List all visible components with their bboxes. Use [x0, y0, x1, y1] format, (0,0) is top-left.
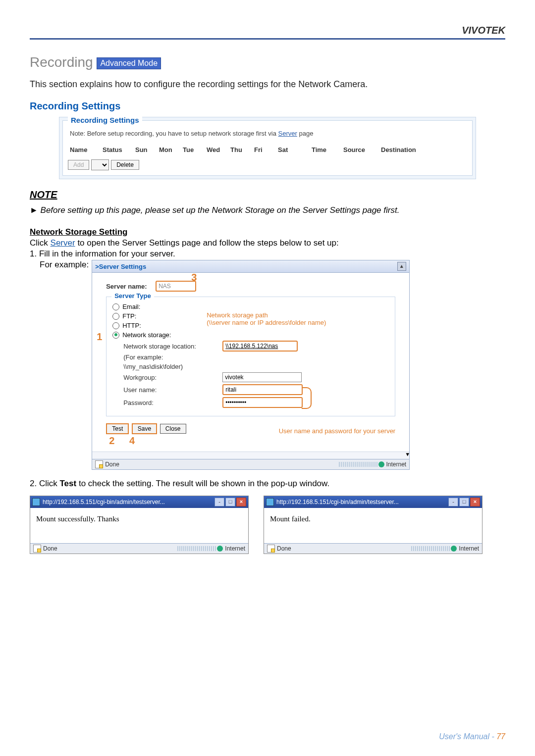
- workgroup-label: Workgroup:: [123, 374, 222, 381]
- callout-4: 4: [129, 435, 135, 446]
- popup-fail: http://192.168.5.151/cgi-bin/admin/tests…: [264, 496, 482, 554]
- popup-fail-title: http://192.168.5.151/cgi-bin/admin/tests…: [264, 496, 482, 508]
- advanced-mode-badge: Advanced Mode: [97, 57, 161, 69]
- col-sat: Sat: [278, 146, 295, 153]
- col-time: Time: [302, 146, 336, 153]
- server-type-legend: Server Type: [111, 292, 154, 300]
- email-label: Email:: [122, 303, 140, 310]
- status-zone: Internet: [225, 545, 245, 552]
- username-input[interactable]: [222, 384, 303, 395]
- col-fri: Fri: [254, 146, 271, 153]
- ns-example-value: \\my_nas\disk\folder): [123, 363, 222, 370]
- col-thu: Thu: [230, 146, 247, 153]
- server-link-2[interactable]: Server: [51, 238, 75, 248]
- col-source: Source: [343, 146, 374, 153]
- server-name-label: Server name:: [106, 283, 156, 290]
- popup-url: http://192.168.5.151/cgi-bin/admin/tests…: [276, 499, 399, 505]
- nss-pre: Click: [30, 238, 51, 248]
- server-link[interactable]: Server: [278, 130, 297, 137]
- password-label: Password:: [123, 399, 222, 406]
- status-zone: Internet: [459, 545, 479, 552]
- internet-zone-icon: [217, 546, 223, 552]
- col-wed: Wed: [207, 146, 223, 153]
- section-title: Recording Advanced Mode: [30, 54, 505, 70]
- add-button[interactable]: Add: [68, 160, 89, 170]
- callout-1: 1: [97, 331, 102, 343]
- test-result-popups: http://192.168.5.151/cgi-bin/admin/tests…: [30, 496, 505, 554]
- ns-location-input[interactable]: [222, 341, 298, 352]
- recording-settings-heading: Recording Settings: [30, 101, 505, 112]
- close-button[interactable]: Close: [160, 424, 186, 434]
- popup-success-body: Mount successfully. Thanks: [30, 508, 248, 543]
- internet-zone-icon: [451, 546, 457, 552]
- recording-settings-legend: Recording Settings: [68, 116, 142, 124]
- col-mon: Mon: [159, 146, 176, 153]
- maximize-icon[interactable]: □: [459, 498, 469, 506]
- network-storage-heading: Network Storage Setting: [30, 227, 505, 237]
- ns-location-label: Network storage location:: [123, 343, 222, 350]
- step2-post: to check the setting. The result will be…: [79, 479, 329, 488]
- annot-path-2: (\\server name or IP address\folder name…: [207, 319, 326, 326]
- popup-success-status: Done Internet: [30, 543, 248, 554]
- status-done: Done: [277, 545, 291, 552]
- recording-action-bar: Add Delete: [68, 159, 467, 170]
- username-label: User name:: [123, 386, 222, 394]
- note-line: ► Before setting up this page, please se…: [30, 205, 505, 215]
- save-button[interactable]: Save: [132, 423, 157, 434]
- note-heading: NOTE: [30, 189, 505, 201]
- password-input[interactable]: [222, 397, 303, 408]
- server-settings-statusbar: Done Internet: [92, 459, 409, 469]
- http-radio[interactable]: [112, 322, 119, 329]
- popup-success-title: http://192.168.5.151/cgi-bin/admin/tests…: [30, 496, 248, 508]
- scroll-down-icon[interactable]: ▴: [406, 452, 409, 459]
- for-example-label: For example:: [40, 260, 89, 270]
- footer: User's Manual - 77: [439, 732, 505, 741]
- statusbar-separator: [411, 546, 451, 551]
- step2-pre: 2. Click: [30, 479, 59, 488]
- server-name-input[interactable]: [156, 281, 196, 292]
- network-storage-radio[interactable]: [112, 332, 119, 339]
- callout-3: 3: [191, 272, 197, 283]
- callout-2: 2: [109, 435, 114, 446]
- done-icon: [95, 460, 103, 468]
- http-label: HTTP:: [122, 322, 141, 329]
- col-name: Name: [70, 146, 96, 153]
- nss-step1: 1. Fill in the information for your serv…: [30, 249, 505, 259]
- arrow-icon: ►: [30, 205, 38, 215]
- userpw-callout-bracket: [302, 387, 312, 409]
- step2-bold: Test: [59, 479, 76, 488]
- maximize-icon[interactable]: □: [225, 498, 235, 506]
- workgroup-input[interactable]: [222, 372, 302, 382]
- scroll-up-icon[interactable]: ▴: [397, 262, 406, 271]
- col-sun: Sun: [135, 146, 152, 153]
- email-radio[interactable]: [112, 303, 119, 310]
- note-text: Before setting up this page, please set …: [41, 205, 400, 215]
- intro-text: This section explains how to configure t…: [30, 79, 505, 90]
- minimize-icon[interactable]: -: [448, 498, 458, 506]
- done-icon: [33, 545, 41, 553]
- ns-example-label: (For example:: [123, 353, 222, 361]
- header-rule: [30, 38, 505, 40]
- ie-icon: [266, 498, 274, 506]
- minimize-icon[interactable]: -: [214, 498, 224, 506]
- delete-button[interactable]: Delete: [111, 160, 139, 170]
- test-button[interactable]: Test: [106, 423, 129, 434]
- status-done: Done: [105, 461, 119, 468]
- page-number: 77: [496, 732, 505, 741]
- server-settings-window: >Server Settings ▴ 3 Server name: Server…: [92, 260, 410, 470]
- popup-fail-status: Done Internet: [264, 543, 482, 554]
- recording-select[interactable]: [91, 159, 109, 170]
- close-icon[interactable]: ×: [470, 498, 480, 506]
- server-settings-title: >Server Settings: [95, 263, 146, 270]
- col-status: Status: [103, 146, 128, 153]
- close-icon[interactable]: ×: [236, 498, 246, 506]
- server-settings-titlebar: >Server Settings ▴: [92, 260, 409, 273]
- note-prefix: Note: Before setup recording, you have t…: [70, 130, 278, 137]
- recording-table-header: Name Status Sun Mon Tue Wed Thu Fri Sat …: [68, 143, 467, 156]
- col-destination: Destination: [381, 146, 426, 153]
- annot-path-1: Network storage path: [207, 311, 326, 319]
- ie-icon: [32, 498, 40, 506]
- ftp-radio[interactable]: [112, 313, 119, 320]
- footer-label: User's Manual -: [439, 732, 496, 741]
- section-title-text: Recording: [30, 54, 93, 70]
